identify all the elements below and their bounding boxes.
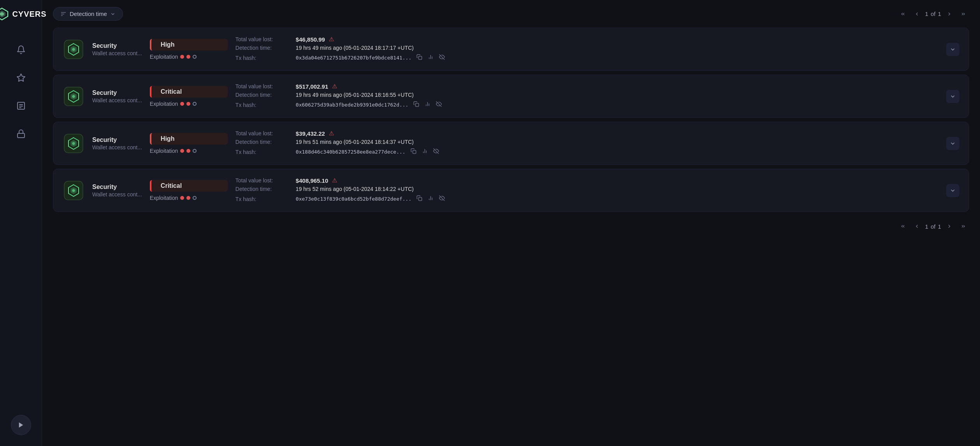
chevron-down-icon [950, 93, 956, 100]
eye-off-icon[interactable] [435, 100, 443, 110]
detection-time-label: Detection time: [235, 45, 292, 51]
tx-hash-label: Tx hash: [235, 196, 292, 202]
detection-time-label: Detection time: [235, 186, 292, 192]
warning-icon: ⚠ [332, 177, 337, 184]
total-value: $408,965.10 [296, 177, 328, 184]
dot-filled-2 [186, 196, 190, 200]
alert-type-block: Security Wallet access cont... [92, 184, 142, 198]
attack-type-row: Exploitation [150, 148, 228, 154]
alert-subcategory: Wallet access cont... [92, 191, 142, 198]
dot-filled-1 [180, 102, 184, 106]
svg-rect-35 [413, 150, 416, 154]
bottom-pagination-next[interactable] [943, 220, 955, 232]
chart-icon[interactable] [421, 147, 429, 157]
sidebar-item-favorites[interactable] [12, 69, 30, 86]
severity-badge: Critical [150, 180, 228, 192]
sidebar-item-reports[interactable] [12, 97, 30, 114]
attack-type-label: Exploitation [150, 54, 178, 60]
play-button[interactable] [11, 415, 31, 435]
chart-icon[interactable] [423, 100, 432, 110]
sort-bar: Detection time 1 of 1 [53, 7, 969, 21]
dot-empty [193, 102, 197, 106]
pagination-current: 1 [925, 10, 928, 17]
alert-icon-box [63, 133, 84, 154]
bottom-pagination: 1 of 1 [897, 220, 969, 232]
detection-time: 19 hrs 49 mins ago (05-01-2024 18:16:55 … [296, 92, 414, 98]
pagination-prev[interactable] [911, 8, 923, 20]
severity-badge: High [150, 39, 228, 51]
expand-button[interactable] [946, 137, 959, 150]
sidebar-nav [12, 41, 30, 402]
info-row-hash: Tx hash: 0x3da04e6712751b6726207bfe9bdce… [235, 53, 934, 63]
copy-icon[interactable] [415, 194, 423, 204]
pagination-next[interactable] [943, 8, 955, 20]
sort-button[interactable]: Detection time [53, 7, 123, 21]
sidebar: CYVERS [0, 0, 42, 446]
detection-time: 19 hrs 51 mins ago (05-01-2024 18:14:37 … [296, 139, 414, 145]
chart-icon[interactable] [427, 53, 435, 63]
eye-off-icon[interactable] [432, 147, 440, 157]
eye-off-icon[interactable] [438, 53, 446, 63]
sidebar-item-alerts[interactable] [12, 41, 30, 58]
chevron-down-icon [110, 11, 116, 17]
info-row-hash: Tx hash: 0x606275d39ab3fbede2b9391e0dc17… [235, 100, 934, 110]
copy-icon[interactable] [412, 100, 420, 110]
total-value-label: Total value lost: [235, 130, 292, 136]
info-row-time: Detection time: 19 hrs 51 mins ago (05-0… [235, 139, 934, 145]
pagination-first[interactable] [897, 8, 909, 20]
first-page-icon-bottom [900, 224, 906, 229]
alert-icon-box [63, 86, 84, 107]
bottom-pagination-total: 1 [938, 223, 941, 230]
attack-type-row: Exploitation [150, 54, 228, 60]
severity-block: High Exploitation [150, 133, 228, 154]
detection-time-label: Detection time: [235, 92, 292, 98]
alert-card[interactable]: Security Wallet access cont... Critical … [53, 75, 969, 118]
copy-icon[interactable] [415, 53, 423, 63]
expand-button[interactable] [946, 43, 959, 56]
expand-button[interactable] [946, 90, 959, 103]
alert-card[interactable]: Security Wallet access cont... High Expl… [53, 28, 969, 71]
warning-icon: ⚠ [332, 83, 337, 90]
alert-type-block: Security Wallet access cont... [92, 136, 142, 150]
alert-info: Total value lost: $39,432.22 ⚠ Detection… [235, 130, 934, 157]
expand-button[interactable] [946, 184, 959, 197]
tx-hash-label: Tx hash: [235, 102, 292, 108]
pagination-last[interactable] [957, 8, 969, 20]
bottom-pagination-last[interactable] [957, 220, 969, 232]
bottom-pagination-first[interactable] [897, 220, 909, 232]
svg-marker-9 [19, 422, 23, 428]
dot-filled-1 [180, 196, 184, 200]
info-row-time: Detection time: 19 hrs 49 mins ago (05-0… [235, 92, 934, 98]
bottom-bar: 1 of 1 [53, 220, 969, 232]
attack-type-row: Exploitation [150, 101, 228, 107]
next-icon [947, 11, 952, 17]
main-content: Detection time 1 of 1 [42, 0, 980, 446]
eye-off-icon[interactable] [438, 194, 446, 204]
severity-block: High Exploitation [150, 39, 228, 60]
alert-info: Total value lost: $46,850.99 ⚠ Detection… [235, 36, 934, 63]
alert-card[interactable]: Security Wallet access cont... High Expl… [53, 122, 969, 165]
severity-badge: High [150, 133, 228, 145]
svg-rect-26 [416, 103, 419, 107]
sidebar-item-lock[interactable] [12, 125, 30, 142]
copy-icon[interactable] [409, 147, 418, 157]
tx-hash-value: 0x606275d39ab3fbede2b9391e0dc1762d... [296, 102, 409, 108]
prev-icon-bottom [914, 224, 920, 229]
severity-block: Critical Exploitation [150, 180, 228, 201]
pagination-of: of [931, 10, 936, 17]
chart-icon[interactable] [427, 194, 435, 204]
prev-icon [914, 11, 920, 17]
alert-info: Total value lost: $517,002.91 ⚠ Detectio… [235, 83, 934, 110]
dot-empty [193, 196, 197, 200]
total-value: $46,850.99 [296, 36, 325, 43]
sort-icon [60, 11, 67, 17]
alert-subcategory: Wallet access cont... [92, 144, 142, 150]
bottom-pagination-prev[interactable] [911, 220, 923, 232]
alert-card[interactable]: Security Wallet access cont... Critical … [53, 169, 969, 212]
tx-hash-value: 0x3da04e6712751b6726207bfe9bdce8141... [296, 55, 411, 61]
severity-block: Critical Exploitation [150, 86, 228, 107]
first-page-icon [900, 11, 906, 17]
tx-hash-value: 0xe73e0c13f839c0a6bcd52bfe88d72deef... [296, 196, 411, 202]
brand-name: CYVERS [12, 10, 46, 19]
chevron-down-icon [950, 46, 956, 52]
